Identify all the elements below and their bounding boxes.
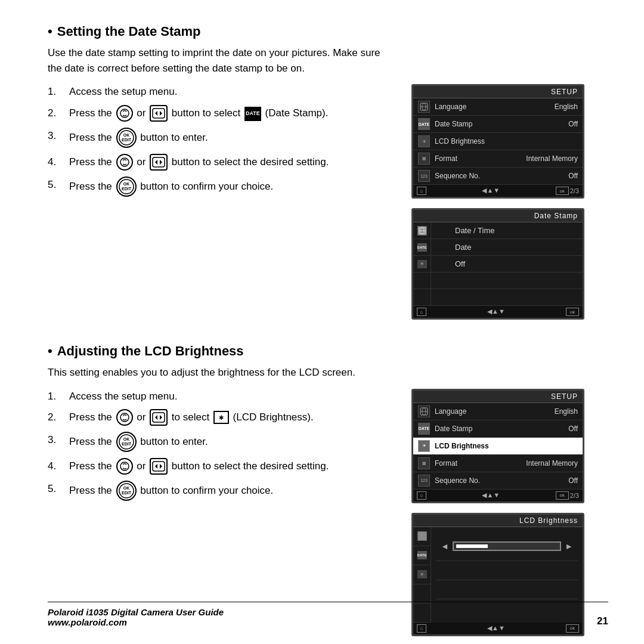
setup2-bottom: ⌂ ◀▲▼ ok 2/3 xyxy=(413,490,583,501)
svg-rect-8 xyxy=(153,157,165,167)
section1-desc: Use the date stamp setting to imprint th… xyxy=(48,45,394,76)
section2-screens: SETUP Language English DATE Date Stamp O… xyxy=(400,389,584,636)
svg-rect-21 xyxy=(153,413,165,422)
step-1-5: 5. Press the OKEDIT button to confirm yo… xyxy=(48,177,400,197)
step-2-5: 5. Press the OKEDIT button to confirm yo… xyxy=(48,481,400,501)
date-time-option: Date / Time xyxy=(431,222,583,239)
setup-title-2: SETUP xyxy=(413,391,583,403)
svg-marker-29 xyxy=(155,464,157,469)
svg-text:EDIT: EDIT xyxy=(122,138,132,142)
ok-edit-icon-2: OKEDIT xyxy=(116,177,137,197)
svg-marker-30 xyxy=(160,464,162,469)
section2-content: 1. Access the setup menu. 2. Press the o… xyxy=(48,389,608,636)
brightness-bar-outer xyxy=(453,541,561,551)
svg-marker-9 xyxy=(155,160,157,165)
seqno-icon-small: 123 xyxy=(418,170,430,182)
setup-row-seqno: 123 Sequence No. Off xyxy=(413,168,583,185)
ok-edit-icon-1: OKEDIT xyxy=(116,128,137,148)
triangle-arrows-icon-4 xyxy=(150,458,168,475)
ok-icon-small-2: ok xyxy=(566,308,579,316)
svg-rect-1 xyxy=(153,109,165,118)
footer-left: Polaroid i1035 Digital Camera User Guide… xyxy=(48,607,224,627)
triangle-arrows-icon xyxy=(150,105,168,122)
lcd-title: LCD Brightness xyxy=(413,515,583,527)
format-icon-small: ▦ xyxy=(418,153,430,165)
ok-icon-small: ok xyxy=(556,187,569,195)
section1: • Setting the Date Stamp Use the date st… xyxy=(48,24,608,320)
section2-desc: This setting enables you to adjust the b… xyxy=(48,365,394,380)
svg-marker-22 xyxy=(155,415,157,420)
step-1-4: 4. Press the or button to select the des… xyxy=(48,154,400,171)
step-2-3: 3. Press the OKEDIT button to enter. xyxy=(48,432,400,453)
datestamp-bottom: ⌂ ◀▲▼ ok xyxy=(413,306,583,318)
setup-screen-2: SETUP Language English DATE Date Stamp O… xyxy=(411,389,584,503)
page-number: 21 xyxy=(597,615,608,627)
setup-bottom-1: ⌂ ◀▲▼ ok 2/3 xyxy=(413,185,583,197)
svg-text:OK: OK xyxy=(123,486,129,490)
setup-screen-1: SETUP Language English DATE Date Stamp O… xyxy=(411,84,584,199)
datestamp-title: Date Stamp xyxy=(413,210,583,222)
svg-marker-3 xyxy=(160,111,162,116)
section1-screens: SETUP Language English DATE Date Stamp O… xyxy=(400,84,584,320)
date-stamp-icon: DATE xyxy=(244,107,261,121)
date-option: Date xyxy=(431,239,583,256)
date-stamp-screen: Date Stamp DATE ☀ Date / Time Date xyxy=(411,208,584,320)
section2-title: • Adjusting the LCD Brightness xyxy=(48,343,608,359)
round-arrows-icon-4 xyxy=(116,458,133,475)
svg-rect-28 xyxy=(153,462,165,471)
section2: • Adjusting the LCD Brightness This sett… xyxy=(48,343,608,636)
datestamp-icon-small: DATE xyxy=(418,118,430,130)
ok-edit-icon-4: OKEDIT xyxy=(116,481,137,501)
svg-marker-10 xyxy=(160,160,162,165)
menu-home-icon-3: ⌂ xyxy=(417,491,426,500)
svg-text:OK: OK xyxy=(123,437,129,441)
setup2-row-format: ▦ Format Internal Memory xyxy=(413,455,583,472)
setup-row-lcd: ☀ LCD Brightness xyxy=(413,133,583,150)
section1-steps: 1. Access the setup menu. 2. Press the o… xyxy=(48,84,400,320)
triangle-arrows-icon-2 xyxy=(150,154,168,171)
menu-home-icon-2: ⌂ xyxy=(417,308,426,316)
setup-row-language: Language English xyxy=(413,98,583,116)
off-option: Off xyxy=(431,256,583,273)
svg-text:OK: OK xyxy=(123,133,129,137)
setup2-row-datestamp: DATE Date Stamp Off xyxy=(413,420,583,438)
step-1-2: 2. Press the or button to select DATE (D… xyxy=(48,106,400,122)
svg-text:OK: OK xyxy=(123,182,129,186)
setup-row-format: ▦ Format Internal Memory xyxy=(413,150,583,168)
setup-row-datestamp: DATE Date Stamp Off xyxy=(413,116,583,133)
round-arrows-icon-2 xyxy=(116,154,133,171)
ok-edit-icon-3: OKEDIT xyxy=(116,432,137,452)
brightness-bar-inner xyxy=(456,544,488,548)
triangle-arrows-icon-3 xyxy=(150,409,168,426)
step-2-1: 1. Access the setup menu. xyxy=(48,389,400,404)
section1-title: • Setting the Date Stamp xyxy=(48,24,608,39)
section1-content: 1. Access the setup menu. 2. Press the o… xyxy=(48,84,608,320)
round-arrows-icon xyxy=(116,105,133,122)
step-2-4: 4. Press the or button to select the des… xyxy=(48,459,400,475)
menu-home-icon: ⌂ xyxy=(417,187,426,195)
setup2-row-seqno: 123 Sequence No. Off xyxy=(413,472,583,490)
section2-steps: 1. Access the setup menu. 2. Press the o… xyxy=(48,389,400,636)
page: • Setting the Date Stamp Use the date st… xyxy=(0,0,644,644)
brightness-bar: ◄ ► xyxy=(436,532,578,561)
setup2-row-lcd-highlighted: ☀ LCD Brightness xyxy=(413,438,583,455)
svg-marker-2 xyxy=(155,111,157,116)
language-icon xyxy=(418,101,430,113)
step-1-1: 1. Access the setup menu. xyxy=(48,84,400,100)
round-arrows-icon-3 xyxy=(116,409,133,426)
svg-text:EDIT: EDIT xyxy=(122,442,132,446)
footer: Polaroid i1035 Digital Camera User Guide… xyxy=(48,602,608,627)
setup-title-1: SETUP xyxy=(413,86,583,98)
svg-text:EDIT: EDIT xyxy=(122,187,132,191)
lcd-icon-small: ☀ xyxy=(418,135,430,147)
step-1-3: 3. Press the OKEDIT button to enter. xyxy=(48,128,400,148)
step-2-2: 2. Press the or to select ✱ (LCD Brightn… xyxy=(48,410,400,426)
lcd-brightness-icon: ✱ xyxy=(213,411,229,424)
svg-marker-23 xyxy=(160,415,162,420)
setup2-row-language: Language English xyxy=(413,403,583,420)
svg-text:EDIT: EDIT xyxy=(122,491,132,495)
